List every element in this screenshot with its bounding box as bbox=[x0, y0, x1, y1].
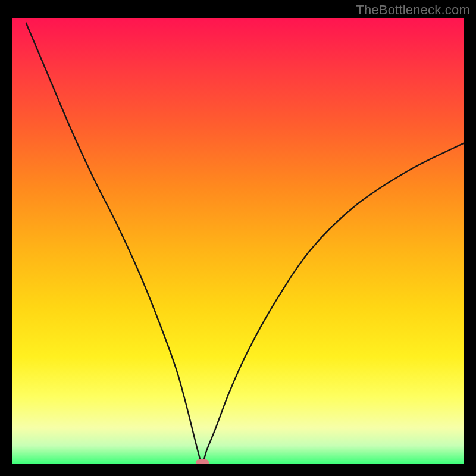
optimum-marker bbox=[196, 459, 209, 464]
plot-area bbox=[12, 18, 464, 464]
curve-path bbox=[26, 23, 464, 464]
watermark-text: TheBottleneck.com bbox=[356, 2, 470, 18]
chart-frame: TheBottleneck.com bbox=[0, 0, 476, 476]
bottleneck-curve bbox=[12, 18, 464, 464]
